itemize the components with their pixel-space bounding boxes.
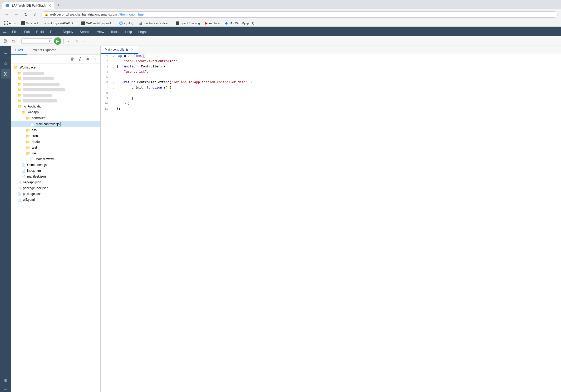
tree-index-html[interactable]: 📄 index.html [11,168,100,174]
menu-tools[interactable]: Tools [107,28,122,35]
home-button[interactable]: ⌂ [32,11,39,18]
menu-search[interactable]: Search [77,28,94,35]
new-file-button[interactable] [2,38,9,45]
neo-app-file-icon: 📄 [17,181,21,184]
open-file-button[interactable] [10,38,17,45]
menu-run[interactable]: Run [47,28,60,35]
bookmark-apps-label: Apps [9,22,16,25]
run-button[interactable]: ▶ [54,37,61,45]
menu-view[interactable]: View [94,28,107,35]
bookmark-hotkeys[interactable]: → Hot Keys – ABAP Di... [41,21,78,25]
collapse-all-button[interactable] [70,56,76,62]
line-gutter-1[interactable]: ▾ [111,54,115,59]
reload-button[interactable]: ↻ [22,11,29,18]
file-tree: 📁 Workspace 📁 📁 📁 [11,63,100,392]
blurred-label-5 [23,94,52,97]
url-bar[interactable]: 🔒 webidecp- .dispatcher.hanatrial.ondema… [41,11,558,18]
nav-back-button[interactable]: ← [66,38,73,45]
line-gutter-3[interactable]: ▾ [111,65,115,70]
globe-icon: 🌐 [119,21,123,25]
svg-point-11 [95,57,95,58]
menu-legal[interactable]: Legal [135,28,150,35]
side-nav-settings[interactable]: ☰ [1,386,10,392]
tree-package-json[interactable]: 📄 package.json [11,191,100,197]
bookmark-sap-bracket[interactable]: 🌐 - [SAP] [117,21,135,26]
side-nav-cloud[interactable]: ☁ [1,48,10,57]
tree-package-lock-json[interactable]: 📄 package-lock.json [11,185,100,191]
i18n-folder-icon: 📁 [26,134,30,138]
bookmark-version1[interactable]: ⬛ Version 1 [19,21,40,26]
editor-tab-label: Main.controller.js [105,48,129,51]
tree-component-js[interactable]: 📄 Component.js [11,162,100,168]
blurred-item-5[interactable]: 📁 [11,92,100,98]
tab-project-explorer[interactable]: Project Explorer [27,46,60,55]
bookmark-sap-dynpro-q[interactable]: ◆ SAP Web Dynpro Q... [223,21,259,26]
new-tab-button[interactable]: + [55,2,63,9]
link-editor-button[interactable] [77,56,83,62]
blurred-item-2[interactable]: 📁 [11,76,100,81]
menu-deploy[interactable]: Deploy [60,28,76,35]
show-hidden-button[interactable] [85,56,91,62]
tree-iot-app[interactable]: 📁 IoTApplication [11,104,100,109]
nav-home-button[interactable]: ⌂ [73,38,80,45]
editor-tab-main-controller[interactable]: Main.controller.js ✕ [101,46,138,54]
svg-rect-3 [71,58,73,59]
workspace-label: Workspace [19,65,36,70]
bookmark-xlsx[interactable]: 📊 xlsx to Open Office... [136,21,173,26]
code-string-6: "iot.app.IoTApplication.controller.Main" [171,81,247,84]
code-line-11: 11 }); [101,107,561,112]
blurred-label-1 [23,72,44,75]
tree-webapp[interactable]: 📁 webapp [11,109,100,115]
tree-workspace[interactable]: 📁 Workspace [11,65,100,70]
code-line-8: 8 [101,91,561,96]
bookmark-sap-dynpro-a[interactable]: ⬛ SAP Web Dynpro A... [79,21,116,26]
side-nav-code[interactable]: ⟨/⟩ [1,69,10,79]
blurred-item-6[interactable]: 📁 [11,98,100,104]
forward-button[interactable]: → [13,11,20,18]
blurred-folder-icon-4: 📁 [17,88,22,92]
tab-close-button[interactable]: ✕ [48,3,51,8]
tree-view[interactable]: 📁 view [11,150,100,156]
line-gutter-7[interactable]: ▾ [111,86,115,91]
menu-help[interactable]: Help [122,28,135,35]
code-line-6: 6 ▾ return Controller.extend("iot.app.Io… [101,80,561,86]
tree-main-view-xml[interactable]: 📄 Main.view.xml [11,156,100,162]
blurred-folder-icon-5: 📁 [17,93,22,97]
back-button[interactable]: ← [3,11,11,18]
tab-files[interactable]: Files [11,46,27,55]
blurred-item-3[interactable]: 📁 [11,81,100,87]
tree-ui5-yaml[interactable]: 📄 ui5.yaml [11,197,100,203]
blurred-item-4[interactable]: 📁 [11,87,100,92]
blurred-item-1[interactable]: 📁 [11,70,100,76]
url-suffix: /?from_orion=true [119,13,144,16]
code-string-2: "sap/ui/core/mvc/Controller" [124,60,177,63]
menu-edit[interactable]: Edit [21,28,33,35]
menu-file[interactable]: File [9,28,21,35]
tree-main-controller[interactable]: 📄 Main.controller.js [11,121,100,127]
active-tab[interactable]: SAP Web IDE Full-Stack ✕ [2,2,55,9]
tree-model[interactable]: 📁 model [11,139,100,145]
tree-neo-app-json[interactable]: 📄 neo-app.json [11,179,100,185]
line-gutter-6[interactable]: ▾ [111,81,115,85]
nav-forward-button[interactable]: → [81,38,87,45]
tree-controller[interactable]: 📁 controller [11,115,100,121]
tree-manifest-json[interactable]: 📄 manifest.json [11,174,100,179]
settings-button[interactable] [92,56,98,62]
side-nav-tools[interactable]: ⚙ [1,376,10,385]
tree-css[interactable]: 📁 css [11,127,100,133]
panel-tabs: Files Project Explorer [11,46,100,55]
code-editor[interactable]: 1 ▾ sap.ui.define([ 2 "sap/ui/core/mvc/C… [101,54,561,392]
code-span: sap.ui.define([ [116,54,145,58]
tree-i18n[interactable]: 📁 i18n [11,133,100,139]
bookmark-sprint-label: Sprint Tracking [180,22,200,25]
tree-test[interactable]: 📁 test [11,145,100,150]
menu-build[interactable]: Build [33,28,47,35]
menu-bar: ☁ File Edit Build Run Deploy Search View… [0,27,561,36]
bookmark-sprint[interactable]: ⬛ Sprint Tracking [173,21,202,26]
side-nav-home[interactable]: ⌂ [1,58,10,68]
run-config-dropdown[interactable]: ▾ [21,38,53,44]
bookmark-youtube[interactable]: ▶ YouTube [203,21,222,26]
editor-tab-close-button[interactable]: ✕ [131,47,134,52]
blurred-label-3 [23,83,60,86]
bookmark-apps[interactable]: Apps [2,21,18,26]
